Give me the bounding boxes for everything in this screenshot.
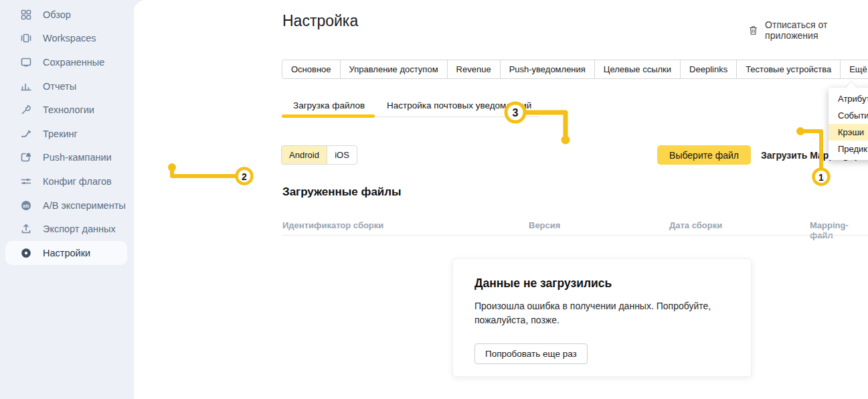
sidebar-nav: Обзор Workspaces Сохраненные Отчеты Техн… (0, 0, 134, 265)
menu-item-predicates[interactable]: Предикты (829, 141, 868, 157)
sidebar-item-tracking[interactable]: Трекинг (5, 122, 127, 146)
tab-target-links[interactable]: Целевые ссылки (594, 60, 681, 79)
error-card: Данные не загрузились Произошла ошибка в… (452, 258, 752, 377)
sidebar-item-label: A/B эксперименты (43, 200, 126, 211)
menu-item-events[interactable]: События (829, 107, 868, 124)
settings-tabbar: Основное Управление доступом Revenue Pus… (282, 60, 868, 79)
active-subtab-underline (282, 114, 375, 118)
sidebar-item-label: Трекинг (43, 129, 78, 139)
main-content: Настройка Отписаться от приложения Основ… (134, 0, 868, 399)
sidebar-item-ab-experiments[interactable]: ab A/B эксперименты (5, 193, 127, 218)
platform-android-button[interactable]: Android (281, 145, 327, 165)
column-header-build-date: Дата сборки (669, 220, 722, 230)
ab-icon: ab (20, 200, 32, 212)
subtab-file-upload[interactable]: Загрузка файлов (293, 100, 365, 110)
menu-item-crashes[interactable]: Крэши (829, 124, 868, 141)
sidebar-item-data-export[interactable]: Экспорт данных (5, 217, 127, 241)
bar-chart-icon (20, 80, 32, 92)
more-dropdown-menu: Атрибуты профилей События Крэши Предикты (829, 88, 868, 160)
sidebar-item-label: Workspaces (43, 33, 96, 44)
tab-deeplinks[interactable]: Deeplinks (680, 60, 737, 79)
wrench-icon (20, 104, 32, 116)
sidebar-item-label: Сохраненные (43, 57, 104, 68)
sidebar-item-overview[interactable]: Обзор (5, 3, 127, 27)
uploaded-files-title: Загруженные файлы (282, 185, 402, 199)
workspaces-icon (20, 32, 32, 44)
svg-text:ab: ab (23, 202, 29, 208)
sidebar-item-label: Экспорт данных (43, 224, 116, 234)
platform-toggle: Android iOS (281, 145, 357, 165)
sidebar: Обзор Workspaces Сохраненные Отчеты Техн… (0, 0, 134, 399)
sidebar-item-label: Настройки (43, 248, 90, 258)
tab-revenue[interactable]: Revenue (447, 60, 501, 79)
column-header-build-id: Идентификатор сборки (282, 220, 383, 230)
column-header-mapping-file: Mapping-файл (810, 220, 868, 240)
sidebar-item-saved[interactable]: Сохраненные (5, 50, 127, 74)
page-title: Настройка (282, 12, 358, 30)
sidebar-item-label: Обзор (43, 9, 71, 20)
table-header-divider (282, 235, 868, 236)
tab-more[interactable]: Ещё (840, 60, 868, 79)
sliders-icon (20, 175, 32, 187)
tab-test-devices[interactable]: Тестовые устройства (736, 60, 841, 79)
sidebar-item-flag-config[interactable]: Конфиг флагов (5, 169, 127, 193)
export-icon (20, 223, 32, 235)
bell-icon (20, 151, 32, 163)
sidebar-item-label: Отчеты (43, 81, 76, 92)
platform-ios-button[interactable]: iOS (327, 145, 357, 165)
retry-button[interactable]: Попробовать еще раз (474, 343, 588, 364)
sidebar-item-push-campaigns[interactable]: Push-кампании (5, 146, 127, 170)
sidebar-item-label: Конфиг флагов (43, 176, 112, 187)
tab-access-management[interactable]: Управление доступом (340, 60, 448, 79)
sidebar-item-label: Технологии (43, 104, 94, 115)
tab-general[interactable]: Основное (282, 60, 341, 79)
sidebar-item-settings[interactable]: Настройки (5, 241, 127, 265)
column-header-version: Версия (529, 220, 560, 230)
error-message: Произошла ошибка в получении данных. Поп… (474, 299, 729, 327)
gear-icon (20, 247, 32, 259)
trash-icon (749, 25, 758, 36)
saved-icon (20, 56, 32, 68)
menu-item-profile-attributes[interactable]: Атрибуты профилей (829, 90, 868, 107)
dropdown-caret (845, 82, 857, 88)
tab-push-notifications[interactable]: Push-уведомления (500, 60, 595, 79)
subtab-email-notifications[interactable]: Настройка почтовых уведомлений (387, 100, 531, 110)
choose-file-button[interactable]: Выберите файл (657, 145, 751, 165)
grid-icon (20, 9, 32, 21)
sidebar-item-label: Push-кампании (43, 152, 112, 163)
tracking-route-icon (20, 128, 32, 140)
unsubscribe-app-button[interactable]: Отписаться от приложения (749, 19, 868, 41)
sidebar-item-reports[interactable]: Отчеты (5, 74, 127, 98)
unsubscribe-label: Отписаться от приложения (765, 19, 868, 41)
sidebar-item-technologies[interactable]: Технологии (5, 98, 127, 122)
error-title: Данные не загрузились (474, 276, 729, 291)
sidebar-item-workspaces[interactable]: Workspaces (5, 27, 127, 51)
